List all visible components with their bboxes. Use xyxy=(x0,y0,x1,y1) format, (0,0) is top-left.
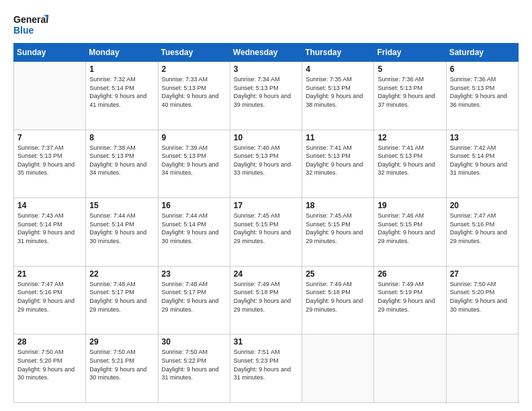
svg-text:Blue: Blue xyxy=(13,25,34,36)
day-cell xyxy=(14,62,86,130)
day-info: Sunrise: 7:34 AMSunset: 5:13 PMDaylight:… xyxy=(234,75,298,109)
day-info: Sunrise: 7:42 AMSunset: 5:14 PMDaylight:… xyxy=(450,144,515,177)
day-info: Sunrise: 7:49 AMSunset: 5:18 PMDaylight:… xyxy=(234,280,298,314)
day-cell: 23Sunrise: 7:48 AMSunset: 5:17 PMDayligh… xyxy=(158,266,230,334)
day-number: 11 xyxy=(306,133,370,142)
week-row-1: 1Sunrise: 7:32 AMSunset: 5:14 PMDaylight… xyxy=(14,62,519,130)
day-info: Sunrise: 7:43 AMSunset: 5:14 PMDaylight:… xyxy=(17,212,82,245)
day-info: Sunrise: 7:49 AMSunset: 5:18 PMDaylight:… xyxy=(306,280,370,314)
day-info: Sunrise: 7:32 AMSunset: 5:14 PMDaylight:… xyxy=(89,75,154,109)
weekday-header-saturday: Saturday xyxy=(446,44,518,62)
svg-text:General: General xyxy=(13,14,48,25)
day-info: Sunrise: 7:37 AMSunset: 5:13 PMDaylight:… xyxy=(17,144,82,177)
day-cell: 4Sunrise: 7:35 AMSunset: 5:13 PMDaylight… xyxy=(302,62,374,130)
day-cell: 8Sunrise: 7:38 AMSunset: 5:13 PMDaylight… xyxy=(86,130,158,198)
day-number: 15 xyxy=(89,201,154,210)
week-row-5: 28Sunrise: 7:50 AMSunset: 5:20 PMDayligh… xyxy=(14,334,519,403)
day-info: Sunrise: 7:50 AMSunset: 5:20 PMDaylight:… xyxy=(450,280,515,314)
weekday-header-friday: Friday xyxy=(374,44,446,62)
day-number: 16 xyxy=(162,201,226,210)
day-number: 31 xyxy=(234,337,298,347)
day-cell: 28Sunrise: 7:50 AMSunset: 5:20 PMDayligh… xyxy=(14,334,86,403)
day-number: 3 xyxy=(234,64,298,74)
day-number: 12 xyxy=(378,133,442,142)
day-info: Sunrise: 7:50 AMSunset: 5:21 PMDaylight:… xyxy=(89,348,154,381)
day-info: Sunrise: 7:40 AMSunset: 5:13 PMDaylight:… xyxy=(234,144,298,177)
header: General Blue xyxy=(13,12,519,36)
day-number: 7 xyxy=(17,133,82,142)
day-info: Sunrise: 7:50 AMSunset: 5:22 PMDaylight:… xyxy=(162,348,226,381)
day-info: Sunrise: 7:47 AMSunset: 5:16 PMDaylight:… xyxy=(17,280,82,314)
day-number: 24 xyxy=(234,269,298,279)
logo-svg: General Blue xyxy=(13,12,48,36)
day-info: Sunrise: 7:50 AMSunset: 5:20 PMDaylight:… xyxy=(17,348,82,381)
day-number: 27 xyxy=(450,269,515,279)
day-number: 30 xyxy=(162,337,226,347)
day-cell: 15Sunrise: 7:44 AMSunset: 5:14 PMDayligh… xyxy=(86,198,158,267)
day-cell: 3Sunrise: 7:34 AMSunset: 5:13 PMDaylight… xyxy=(230,62,302,130)
day-number: 14 xyxy=(17,201,82,210)
logo: General Blue xyxy=(13,12,48,36)
day-info: Sunrise: 7:41 AMSunset: 5:13 PMDaylight:… xyxy=(306,144,370,177)
day-info: Sunrise: 7:48 AMSunset: 5:17 PMDaylight:… xyxy=(89,280,154,314)
day-number: 18 xyxy=(306,201,370,210)
day-cell: 30Sunrise: 7:50 AMSunset: 5:22 PMDayligh… xyxy=(158,334,230,403)
day-cell xyxy=(302,334,374,403)
day-number: 22 xyxy=(89,269,154,279)
weekday-header-row: SundayMondayTuesdayWednesdayThursdayFrid… xyxy=(14,44,519,62)
day-number: 21 xyxy=(17,269,82,279)
day-cell: 17Sunrise: 7:45 AMSunset: 5:15 PMDayligh… xyxy=(230,198,302,267)
day-cell: 20Sunrise: 7:47 AMSunset: 5:16 PMDayligh… xyxy=(446,198,518,267)
day-info: Sunrise: 7:46 AMSunset: 5:15 PMDaylight:… xyxy=(378,212,442,245)
day-cell: 12Sunrise: 7:41 AMSunset: 5:13 PMDayligh… xyxy=(374,130,446,198)
day-info: Sunrise: 7:47 AMSunset: 5:16 PMDaylight:… xyxy=(450,212,515,245)
day-info: Sunrise: 7:41 AMSunset: 5:13 PMDaylight:… xyxy=(378,144,442,177)
week-row-4: 21Sunrise: 7:47 AMSunset: 5:16 PMDayligh… xyxy=(14,266,519,334)
day-cell: 24Sunrise: 7:49 AMSunset: 5:18 PMDayligh… xyxy=(230,266,302,334)
day-number: 2 xyxy=(162,64,226,74)
day-cell: 9Sunrise: 7:39 AMSunset: 5:13 PMDaylight… xyxy=(158,130,230,198)
day-number: 5 xyxy=(378,64,442,74)
day-number: 20 xyxy=(450,201,515,210)
day-cell: 27Sunrise: 7:50 AMSunset: 5:20 PMDayligh… xyxy=(446,266,518,334)
day-cell xyxy=(446,334,518,403)
day-cell: 21Sunrise: 7:47 AMSunset: 5:16 PMDayligh… xyxy=(14,266,86,334)
calendar-table: SundayMondayTuesdayWednesdayThursdayFrid… xyxy=(13,43,519,403)
week-row-3: 14Sunrise: 7:43 AMSunset: 5:14 PMDayligh… xyxy=(14,198,519,267)
day-cell: 11Sunrise: 7:41 AMSunset: 5:13 PMDayligh… xyxy=(302,130,374,198)
week-row-2: 7Sunrise: 7:37 AMSunset: 5:13 PMDaylight… xyxy=(14,130,519,198)
day-info: Sunrise: 7:36 AMSunset: 5:13 PMDaylight:… xyxy=(450,75,515,109)
day-cell: 14Sunrise: 7:43 AMSunset: 5:14 PMDayligh… xyxy=(14,198,86,267)
day-info: Sunrise: 7:36 AMSunset: 5:13 PMDaylight:… xyxy=(378,75,442,109)
day-cell: 18Sunrise: 7:45 AMSunset: 5:15 PMDayligh… xyxy=(302,198,374,267)
weekday-header-tuesday: Tuesday xyxy=(158,44,230,62)
day-number: 29 xyxy=(89,337,154,347)
day-number: 9 xyxy=(162,133,226,142)
day-number: 19 xyxy=(378,201,442,210)
day-info: Sunrise: 7:49 AMSunset: 5:19 PMDaylight:… xyxy=(378,280,442,314)
day-info: Sunrise: 7:45 AMSunset: 5:15 PMDaylight:… xyxy=(306,212,370,245)
day-cell: 1Sunrise: 7:32 AMSunset: 5:14 PMDaylight… xyxy=(86,62,158,130)
weekday-header-thursday: Thursday xyxy=(302,44,374,62)
day-number: 26 xyxy=(378,269,442,279)
day-cell: 26Sunrise: 7:49 AMSunset: 5:19 PMDayligh… xyxy=(374,266,446,334)
day-info: Sunrise: 7:38 AMSunset: 5:13 PMDaylight:… xyxy=(89,144,154,177)
weekday-header-sunday: Sunday xyxy=(14,44,86,62)
day-number: 1 xyxy=(89,64,154,74)
day-number: 4 xyxy=(306,64,370,74)
day-cell: 22Sunrise: 7:48 AMSunset: 5:17 PMDayligh… xyxy=(86,266,158,334)
day-cell: 2Sunrise: 7:33 AMSunset: 5:13 PMDaylight… xyxy=(158,62,230,130)
day-number: 10 xyxy=(234,133,298,142)
day-cell: 7Sunrise: 7:37 AMSunset: 5:13 PMDaylight… xyxy=(14,130,86,198)
day-info: Sunrise: 7:45 AMSunset: 5:15 PMDaylight:… xyxy=(234,212,298,245)
day-cell: 25Sunrise: 7:49 AMSunset: 5:18 PMDayligh… xyxy=(302,266,374,334)
day-number: 23 xyxy=(162,269,226,279)
day-cell: 19Sunrise: 7:46 AMSunset: 5:15 PMDayligh… xyxy=(374,198,446,267)
day-info: Sunrise: 7:44 AMSunset: 5:14 PMDaylight:… xyxy=(162,212,226,245)
day-number: 17 xyxy=(234,201,298,210)
day-cell: 31Sunrise: 7:51 AMSunset: 5:23 PMDayligh… xyxy=(230,334,302,403)
day-cell: 29Sunrise: 7:50 AMSunset: 5:21 PMDayligh… xyxy=(86,334,158,403)
day-info: Sunrise: 7:35 AMSunset: 5:13 PMDaylight:… xyxy=(306,75,370,109)
day-number: 25 xyxy=(306,269,370,279)
weekday-header-wednesday: Wednesday xyxy=(230,44,302,62)
